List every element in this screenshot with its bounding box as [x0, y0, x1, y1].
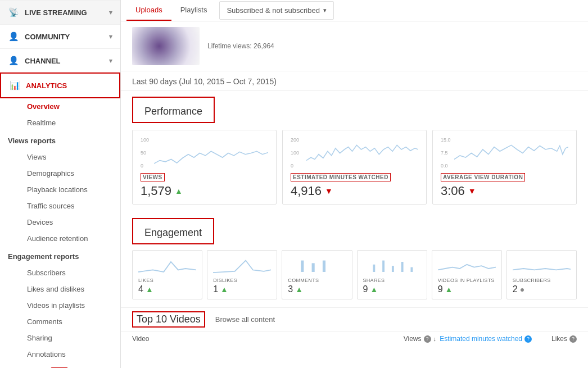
analytics-label: ANALYTICS — [26, 81, 111, 90]
sidebar-item-annotations[interactable]: Annotations — [0, 346, 120, 362]
thumbnail-row: Lifetime views: 26,964 — [121, 21, 588, 71]
dropdown-chevron-icon: ▾ — [323, 7, 327, 14]
th-video: Video — [132, 335, 369, 343]
estimated-trend-icon: ▼ — [325, 187, 333, 196]
engagement-cards: LIKES 4 ▲ DISLIKES 1 ▲ — [121, 247, 588, 307]
table-header-row: Video Views ? ↓ Estimated minutes watche… — [121, 331, 588, 346]
subscribers-title: SUBSCRIBERS — [513, 278, 571, 283]
dislikes-svg — [213, 255, 271, 275]
comments-mini-chart — [288, 255, 346, 275]
sidebar-item-realtime[interactable]: Realtime — [0, 115, 120, 131]
th-views: Views ? ↓ — [369, 335, 436, 343]
live-streaming-icon: 📡 — [8, 7, 19, 17]
subscribers-svg — [513, 255, 571, 275]
channel-icon: 👤 — [8, 56, 19, 66]
playlists-svg — [438, 255, 496, 275]
playlists-value: 9 ▲ — [438, 284, 496, 294]
perf-card-avg-duration: 15.0 7.5 0.0 AVERAGE VIEW DURATION 3:06 … — [432, 130, 577, 205]
video-thumbnail — [132, 27, 200, 65]
sidebar-item-community[interactable]: 👤 COMMUNITY ▾ — [0, 24, 120, 48]
shares-trend: ▲ — [370, 285, 378, 294]
perf-card-views: 100 50 0 VIEWS 1,579 ▲ — [132, 130, 277, 205]
sidebar-item-devices[interactable]: Devices — [0, 214, 120, 230]
lifetime-label: Lifetime views: — [207, 42, 252, 50]
sidebar-item-channel[interactable]: 👤 CHANNEL ▾ — [0, 48, 120, 72]
subscribed-dropdown-label: Subscribed & not subscribed — [227, 6, 319, 15]
sidebar-item-overview[interactable]: Overview — [0, 98, 120, 115]
comments-svg — [288, 255, 346, 275]
tab-playlists[interactable]: Playlists — [171, 0, 216, 21]
views-card-title: VIEWS — [141, 173, 165, 181]
estimated-card-title: ESTIMATED MINUTES WATCHED — [291, 173, 391, 181]
lifetime-value: 26,964 — [254, 42, 274, 50]
sidebar-item-subscribers[interactable]: Subscribers — [0, 265, 120, 281]
subscribers-value: 2 ● — [513, 284, 571, 294]
views-svg — [141, 136, 268, 170]
comments-value: 3 ▲ — [288, 284, 346, 294]
likes-title: LIKES — [138, 278, 196, 283]
estimated-svg — [291, 136, 418, 170]
likes-svg — [138, 255, 196, 275]
subscribers-trend: ● — [520, 285, 524, 294]
th-estimated: Estimated minutes watched ? — [436, 335, 532, 343]
sidebar-item-sharing[interactable]: Sharing — [0, 330, 120, 346]
dislikes-title: DISLIKES — [213, 278, 271, 283]
views-help-icon[interactable]: ? — [424, 335, 431, 343]
performance-section: Performance 100 50 0 VIEWS 1,579 — [121, 91, 588, 212]
performance-cards: 100 50 0 VIEWS 1,579 ▲ — [121, 125, 588, 212]
views-y-labels: 100 50 0 — [141, 136, 149, 170]
thumbnail-info: Lifetime views: 26,964 — [207, 42, 274, 50]
avg-trend-icon: ▼ — [468, 187, 476, 196]
eng-card-shares: SHARES 9 ▲ — [357, 250, 427, 299]
analytics-icon: 📊 — [9, 80, 20, 90]
top-videos-title: Top 10 Videos — [132, 311, 205, 328]
community-icon: 👤 — [8, 31, 19, 42]
subscribed-dropdown[interactable]: Subscribed & not subscribed ▾ — [219, 1, 333, 20]
estimated-y-labels: 200 100 0 — [291, 136, 299, 170]
subscribers-mini-chart — [513, 255, 571, 275]
analytics-sub-items: Overview Realtime Views reports Views De… — [0, 98, 120, 368]
sidebar-item-videos-in-playlists[interactable]: Videos in playlists — [0, 297, 120, 314]
date-range: Last 90 days (Jul 10, 2015 – Oct 7, 2015… — [121, 71, 588, 91]
playlists-mini-chart — [438, 255, 496, 275]
sidebar-item-audience-retention[interactable]: Audience retention — [0, 230, 120, 247]
dislikes-trend: ▲ — [220, 285, 228, 294]
estimated-sparkline: 200 100 0 — [291, 136, 418, 170]
sidebar-item-playback-locations[interactable]: Playback locations — [0, 181, 120, 198]
sidebar-item-demographics[interactable]: Demographics — [0, 165, 120, 181]
browse-all-link[interactable]: Browse all content — [215, 315, 275, 324]
eng-card-comments: COMMENTS 3 ▲ — [282, 250, 352, 299]
tab-uploads[interactable]: Uploads — [126, 0, 171, 21]
playlists-trend: ▲ — [445, 285, 453, 294]
likes-help-icon[interactable]: ? — [569, 335, 577, 343]
sidebar-item-traffic-sources[interactable]: Traffic sources — [0, 198, 120, 214]
sidebar-item-likes-dislikes[interactable]: Likes and dislikes — [0, 281, 120, 297]
live-streaming-chevron: ▾ — [109, 9, 112, 16]
sidebar: 📡 LIVE STREAMING ▾ 👤 COMMUNITY ▾ 👤 CHANN… — [0, 0, 121, 368]
engagement-section: Engagement LIKES 4 ▲ — [121, 212, 588, 307]
channel-label: CHANNEL — [25, 57, 109, 65]
estimated-card-value: 4,916 ▼ — [291, 184, 418, 198]
likes-trend: ▲ — [146, 285, 153, 294]
eng-card-videos-in-playlists: VIDEOS IN PLAYLISTS 9 ▲ — [432, 250, 502, 299]
top-videos-header: Top 10 Videos Browse all content — [121, 307, 588, 331]
community-chevron: ▾ — [109, 33, 112, 40]
comments-title: COMMENTS — [288, 278, 346, 283]
views-sparkline: 100 50 0 — [141, 136, 268, 170]
sidebar-item-analytics[interactable]: 📊 ANALYTICS — [0, 72, 120, 98]
engagement-title: Engagement — [132, 218, 214, 244]
eng-card-likes: LIKES 4 ▲ — [132, 250, 202, 299]
perf-card-estimated: 200 100 0 ESTIMATED MINUTES WATCHED 4,91… — [282, 130, 427, 205]
sidebar-item-views[interactable]: Views — [0, 149, 120, 165]
sidebar-item-cards[interactable]: Cards BETA — [0, 362, 120, 368]
shares-title: SHARES — [363, 278, 421, 283]
shares-value: 9 ▲ — [363, 284, 421, 294]
sidebar-item-live-streaming[interactable]: 📡 LIVE STREAMING ▾ — [0, 0, 120, 24]
views-card-value: 1,579 ▲ — [141, 184, 268, 198]
tabs-bar: Uploads Playlists Subscribed & not subsc… — [121, 0, 588, 21]
estimated-help-icon[interactable]: ? — [524, 335, 532, 343]
sidebar-item-comments[interactable]: Comments — [0, 314, 120, 330]
dislikes-value: 1 ▲ — [213, 284, 271, 294]
community-label: COMMUNITY — [25, 33, 109, 41]
live-streaming-label: LIVE STREAMING — [25, 8, 109, 17]
